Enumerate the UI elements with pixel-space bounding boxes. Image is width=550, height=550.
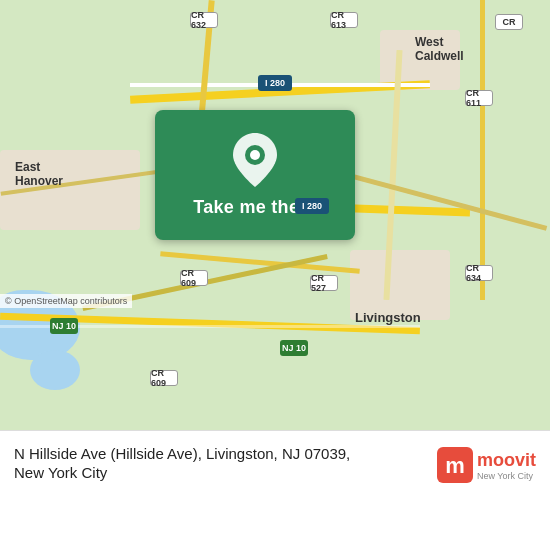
moovit-name: moovit [477, 450, 536, 471]
road-vert3 [480, 0, 485, 300]
svg-point-1 [250, 150, 260, 160]
take-me-there-label: Take me there [193, 197, 317, 218]
urban-area [350, 250, 450, 320]
moovit-text-block: moovit New York City [477, 450, 536, 481]
address-section: N Hillside Ave (Hillside Ave), Livingsto… [14, 443, 437, 481]
info-bar: N Hillside Ave (Hillside Ave), Livingsto… [0, 430, 550, 550]
road-nj10-line [0, 325, 420, 328]
location-pin-icon [233, 133, 277, 187]
moovit-icon: m [437, 447, 473, 483]
svg-text:m: m [445, 453, 465, 478]
address-line1: N Hillside Ave (Hillside Ave), Livingsto… [14, 443, 437, 464]
map-container: Take me there EastHanover WestCaldwell L… [0, 0, 550, 430]
address-line2: New York City [14, 464, 437, 481]
road-i280-top-line [130, 83, 430, 87]
moovit-logo: m moovit New York City [437, 447, 536, 483]
take-me-there-button[interactable]: Take me there [155, 110, 355, 240]
osm-attribution: © OpenStreetMap contributors [0, 294, 132, 308]
water-body [30, 350, 80, 390]
moovit-subtitle: New York City [477, 471, 533, 481]
